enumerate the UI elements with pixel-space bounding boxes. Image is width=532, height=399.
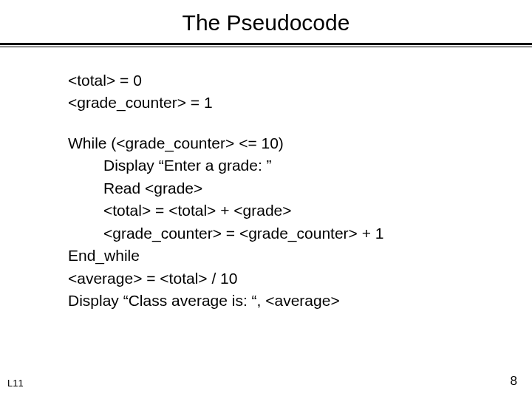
- code-line: <average> = <total> / 10: [68, 267, 532, 290]
- code-line: While (<grade_counter> <= 10): [68, 132, 532, 154]
- init-block: <total> = 0 <grade_counter> = 1: [68, 69, 532, 115]
- title-divider: [0, 43, 532, 46]
- footer-left-label: L11: [7, 378, 24, 389]
- loop-block: While (<grade_counter> <= 10) Display “E…: [68, 132, 532, 313]
- code-line: <total> = <total> + <grade>: [68, 200, 532, 222]
- code-line: Display “Class average is: “, <average>: [68, 290, 532, 312]
- code-line: Display “Enter a grade: ”: [68, 154, 532, 177]
- slide-title: The Pseudocode: [0, 0, 532, 43]
- code-line: Read <grade>: [68, 177, 532, 200]
- code-line: <grade_counter> = 1: [68, 92, 532, 114]
- code-line: End_while: [68, 245, 532, 267]
- code-line: <total> = 0: [68, 69, 532, 92]
- page-number: 8: [511, 374, 517, 389]
- code-line: <grade_counter> = <grade_counter> + 1: [68, 222, 532, 245]
- pseudocode-content: <total> = 0 <grade_counter> = 1 While (<…: [0, 46, 532, 312]
